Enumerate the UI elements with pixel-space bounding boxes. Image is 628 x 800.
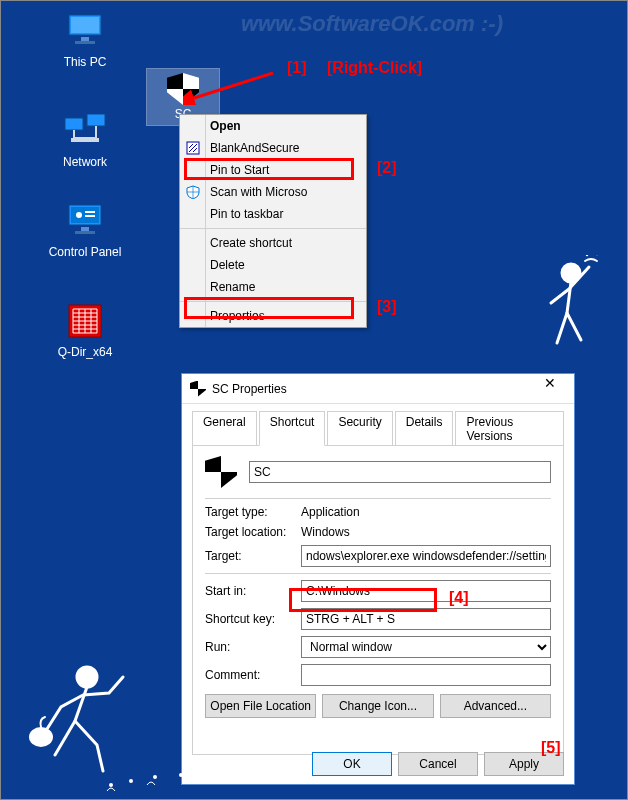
tab-general[interactable]: General: [192, 411, 257, 446]
menu-item-label: BlankAndSecure: [210, 141, 299, 155]
annotation-2: [2]: [377, 159, 397, 177]
svg-point-29: [562, 264, 580, 282]
menu-item-open[interactable]: Open: [180, 115, 366, 137]
tab-details[interactable]: Details: [395, 411, 454, 446]
shortcut-key-label: Shortcut key:: [205, 612, 301, 626]
start-in-input[interactable]: [301, 580, 551, 602]
annotation-3: [3]: [377, 298, 397, 316]
open-file-location-button[interactable]: Open File Location: [205, 694, 316, 718]
divider: [205, 573, 551, 574]
svg-point-33: [29, 727, 53, 747]
svg-rect-11: [85, 215, 95, 217]
control-panel-icon: [61, 201, 109, 241]
target-input[interactable]: [301, 545, 551, 567]
desktop-icon-label: Q-Dir_x64: [47, 345, 123, 359]
desktop-icon-label: Control Panel: [47, 245, 123, 259]
desktop-icon-this-pc[interactable]: This PC: [47, 11, 123, 69]
menu-item-pin-to-taskbar[interactable]: Pin to taskbar: [180, 203, 366, 225]
stick-figure: [527, 255, 607, 355]
window-title: SC Properties: [212, 382, 287, 396]
tab-shortcut[interactable]: Shortcut: [259, 411, 326, 446]
menu-item-scan[interactable]: Scan with Microso: [180, 181, 366, 203]
comment-input[interactable]: [301, 664, 551, 686]
menu-separator: [180, 301, 366, 302]
target-location-label: Target location:: [205, 525, 301, 539]
svg-rect-4: [65, 118, 83, 130]
apply-button[interactable]: Apply: [484, 752, 564, 776]
comment-label: Comment:: [205, 668, 301, 682]
annotation-right-click: [Right-Click]: [327, 59, 422, 77]
svg-rect-12: [81, 227, 89, 231]
menu-item-delete[interactable]: Delete: [180, 254, 366, 276]
run-label: Run:: [205, 640, 301, 654]
svg-point-32: [77, 667, 97, 687]
ok-button[interactable]: OK: [312, 752, 392, 776]
desktop-icon-network[interactable]: Network: [47, 111, 123, 169]
menu-item-rename[interactable]: Rename: [180, 276, 366, 298]
target-label: Target:: [205, 549, 301, 563]
app-icon: [184, 139, 202, 157]
target-type-label: Target type:: [205, 505, 301, 519]
menu-item-label: Scan with Microso: [210, 185, 307, 199]
tab-previous-versions[interactable]: Previous Versions: [455, 411, 564, 446]
properties-window: SC Properties ✕ General Shortcut Securit…: [181, 373, 575, 785]
tab-strip: General Shortcut Security Details Previo…: [182, 404, 574, 445]
svg-rect-3: [75, 41, 95, 44]
qdir-icon: [61, 301, 109, 341]
svg-point-30: [586, 255, 588, 256]
menu-item-pin-to-start[interactable]: Pin to Start: [180, 159, 366, 181]
start-in-label: Start in:: [205, 584, 301, 598]
target-location-value: Windows: [301, 525, 551, 539]
menu-item-blankandsecure[interactable]: BlankAndSecure: [180, 137, 366, 159]
desktop-icon-control-panel[interactable]: Control Panel: [47, 201, 123, 259]
svg-rect-13: [75, 231, 95, 234]
annotation-1: [1]: [287, 59, 307, 77]
svg-rect-2: [81, 37, 89, 41]
svg-point-9: [76, 212, 82, 218]
svg-point-34: [109, 783, 113, 787]
svg-rect-10: [85, 211, 95, 213]
tab-security[interactable]: Security: [327, 411, 392, 446]
target-type-value: Application: [301, 505, 551, 519]
shield-icon: [190, 381, 206, 397]
defender-icon: [184, 183, 202, 201]
shortcut-name-input[interactable]: [249, 461, 551, 483]
run-select[interactable]: Normal window: [301, 636, 551, 658]
tab-body: Target type: Application Target location…: [192, 445, 564, 755]
svg-rect-6: [71, 138, 99, 142]
change-icon-button[interactable]: Change Icon...: [322, 694, 433, 718]
svg-point-36: [153, 775, 157, 779]
desktop-icon-label: This PC: [47, 55, 123, 69]
titlebar[interactable]: SC Properties ✕: [182, 374, 574, 404]
advanced-button[interactable]: Advanced...: [440, 694, 551, 718]
desktop-icon-label: Network: [47, 155, 123, 169]
svg-point-35: [129, 779, 133, 783]
menu-item-create-shortcut[interactable]: Create shortcut: [180, 232, 366, 254]
monitor-icon: [61, 11, 109, 51]
menu-item-properties[interactable]: Properties: [180, 305, 366, 327]
close-button[interactable]: ✕: [530, 375, 570, 403]
context-menu: Open BlankAndSecure Pin to Start Scan wi…: [179, 114, 367, 328]
stick-figure-running: [17, 659, 137, 789]
cancel-button[interactable]: Cancel: [398, 752, 478, 776]
menu-separator: [180, 228, 366, 229]
svg-rect-5: [87, 114, 105, 126]
divider: [205, 498, 551, 499]
shortcut-key-input[interactable]: [301, 608, 551, 630]
network-icon: [61, 111, 109, 151]
svg-rect-1: [71, 17, 99, 33]
watermark: www.SoftwareOK.com :-): [241, 11, 503, 37]
desktop-icon-qdir[interactable]: Q-Dir_x64: [47, 301, 123, 359]
shield-icon: [205, 456, 237, 488]
